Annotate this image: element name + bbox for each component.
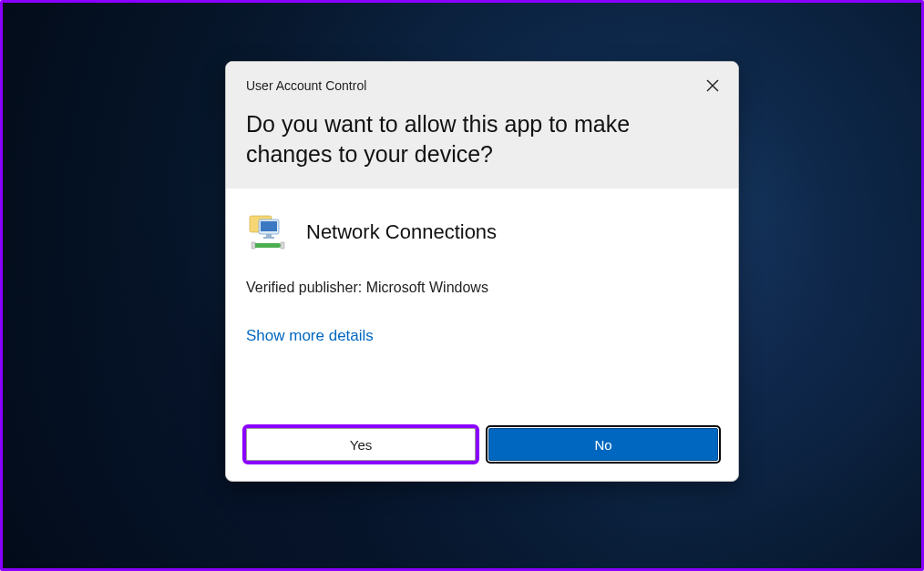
- dialog-title: User Account Control: [246, 78, 718, 93]
- svg-rect-8: [252, 242, 255, 249]
- close-button[interactable]: [702, 75, 724, 97]
- uac-dialog: User Account Control Do you want to allo…: [225, 61, 739, 482]
- dialog-footer: Yes No: [226, 412, 738, 481]
- app-row: Network Connections: [246, 210, 718, 254]
- no-button[interactable]: No: [488, 428, 718, 461]
- desktop-viewport: User Account Control Do you want to allo…: [0, 0, 924, 571]
- svg-rect-7: [253, 243, 281, 248]
- dialog-header: User Account Control Do you want to allo…: [226, 62, 738, 189]
- show-more-details-link[interactable]: Show more details: [246, 327, 374, 345]
- svg-rect-5: [266, 234, 272, 237]
- yes-button[interactable]: Yes: [246, 428, 476, 461]
- svg-rect-9: [281, 242, 284, 249]
- publisher-line: Verified publisher: Microsoft Windows: [246, 280, 718, 296]
- dialog-question: Do you want to allow this app to make ch…: [246, 109, 683, 168]
- close-icon: [706, 79, 719, 92]
- app-name: Network Connections: [306, 220, 497, 244]
- svg-rect-6: [263, 237, 274, 239]
- network-connections-icon: [246, 210, 290, 254]
- dialog-body: Network Connections Verified publisher: …: [226, 189, 738, 412]
- svg-rect-4: [261, 221, 277, 231]
